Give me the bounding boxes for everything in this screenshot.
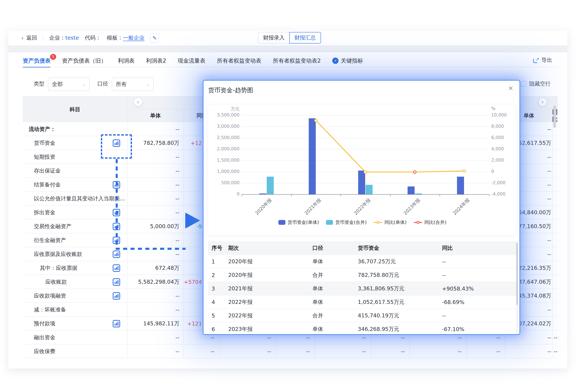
trend-cell: -- <box>442 269 512 282</box>
type-select[interactable]: 全部⌄ <box>48 78 90 91</box>
yoy-value: -- <box>211 334 215 341</box>
trend-table-row: 52022年报合并415,740.19万元-- <box>208 309 517 323</box>
bar-unit <box>457 177 464 194</box>
legend-item[interactable]: 货币资金(合并) <box>326 219 367 225</box>
left-axis-tick: 0 <box>208 191 239 197</box>
yoy-value-cell <box>553 206 557 219</box>
tab-balance-sheet-old[interactable]: 资产负债表（旧） <box>62 54 106 67</box>
legend-label: 同比(合并) <box>424 219 447 225</box>
report-summary-button[interactable]: 财报汇总 <box>289 32 321 44</box>
right-axis-tick: 0 <box>491 169 517 174</box>
scroll-right-button[interactable]: › <box>538 98 547 106</box>
legend-item[interactable]: 同比(合并) <box>414 219 447 225</box>
chart-legend: 货币资金(单体)货币资金(合并)同比(单体)同比(合并) <box>208 219 517 225</box>
tab-income[interactable]: 利润表 <box>118 54 135 67</box>
trend-cell: 合并 <box>313 309 358 322</box>
connector-dashed-line-vertical <box>116 159 118 250</box>
checkbox-icon[interactable] <box>521 81 526 87</box>
trend-cell: -- <box>442 255 512 268</box>
table-row: 应收保费-------------------- <box>23 344 557 358</box>
yoy-value-cell <box>553 150 557 164</box>
yoy-value-cell <box>553 303 557 317</box>
bar-unit <box>309 118 316 194</box>
left-axis-tick: 1,500,000 <box>208 158 239 163</box>
subject-label: 减：坏账准备 <box>34 306 66 313</box>
subject-label: 应收票据及应收账款 <box>34 250 82 258</box>
tab-income2[interactable]: 利润表2 <box>146 54 166 67</box>
subject-label: 货币资金 <box>34 139 55 147</box>
trend-col-header: 同比 <box>442 241 512 255</box>
back-chevron-icon: ‹ <box>21 34 24 41</box>
unit-value-cell: 5,582,298.04万 <box>128 275 184 289</box>
legend-item[interactable]: 货币资金(单体) <box>278 219 319 225</box>
subject-cell: 流动资产： <box>23 122 128 136</box>
trend-lines-layer <box>208 104 517 236</box>
subject-cell: 衍生金融资产 <box>23 233 128 247</box>
edit-template-button[interactable]: ✎ <box>150 33 159 43</box>
x-axis-tick <box>242 195 242 196</box>
caliber-select[interactable]: 所有⌄ <box>112 78 154 91</box>
trend-cell: 36,707.25万元 <box>358 255 442 268</box>
tab-cash-flow[interactable]: 现金流量表 <box>178 54 205 67</box>
left-axis-tick: 1,000,000 <box>208 169 239 174</box>
x-axis-tick <box>291 195 291 196</box>
legend-label: 货币资金(单体) <box>288 219 319 225</box>
trend-cell: 2023年报 <box>228 323 313 335</box>
tab-equity-change2[interactable]: 所有者权益变动表2 <box>273 54 321 67</box>
open-trend-chart-icon[interactable] <box>113 250 120 258</box>
template-link[interactable]: 一般企业 <box>123 35 144 41</box>
subject-cell: 融出资金 <box>23 331 128 344</box>
open-trend-chart-icon[interactable] <box>113 264 120 272</box>
connector-dashed-line-horizontal <box>116 248 186 250</box>
right-axis-tick: -4,000 <box>491 191 517 197</box>
unit-value-cell: -- <box>128 303 184 317</box>
trend-col-header: 口径 <box>313 241 358 255</box>
tabs-underline <box>18 67 558 67</box>
template-field: 模板：一般企业 <box>107 34 144 42</box>
tab-key-indicators[interactable]: ⚡关键指标 <box>332 54 363 67</box>
trend-table-row: 12020年报单体36,707.25万元-- <box>208 255 517 269</box>
back-button[interactable]: 返回 <box>26 34 37 42</box>
yoy-value: +12 <box>184 140 202 146</box>
subject-label: 流动资产： <box>29 125 56 133</box>
unit-value-cell: -- <box>128 289 184 303</box>
modal-scrollbar[interactable] <box>516 243 518 305</box>
bar-unit <box>259 193 266 194</box>
trend-cell: 单体 <box>313 255 358 268</box>
yoy-value-cell <box>553 233 557 247</box>
right-axis-tick: 8,000 <box>491 124 517 129</box>
hide-empty-rows-toggle[interactable]: 隐藏空行 <box>521 80 551 88</box>
right-axis-tick: 2,000 <box>491 158 517 163</box>
trend-cell: 2 <box>212 269 228 282</box>
unit-value-cell: -- <box>220 344 276 358</box>
yoy-value-cell <box>553 289 557 303</box>
export-icon: ↗ <box>533 58 539 63</box>
unit-value-cell: -- <box>128 233 184 247</box>
column-header-subject: 科目 <box>23 97 128 122</box>
open-trend-chart-icon[interactable] <box>113 320 120 327</box>
report-entry-button[interactable]: 财报录入 <box>258 32 290 44</box>
tab-balance-sheet[interactable]: 资产负债表5 <box>23 54 51 67</box>
subject-label: 应收账款 <box>45 278 67 286</box>
open-trend-chart-icon[interactable] <box>113 278 120 286</box>
trend-cell: 2021年报 <box>228 282 313 295</box>
open-trend-chart-icon[interactable] <box>113 292 120 300</box>
section-divider-strip <box>8 45 567 52</box>
company-field: 企业：teste <box>49 34 79 42</box>
tab-equity-change[interactable]: 所有者权益变动表 <box>217 54 261 67</box>
close-icon[interactable]: ✕ <box>508 85 514 92</box>
scroll-left-button[interactable]: ‹ <box>134 98 142 106</box>
caliber-filter-label: 口径 <box>97 80 108 88</box>
bar-merged <box>366 185 373 194</box>
legend-item[interactable]: 同比(单体) <box>374 219 407 225</box>
x-axis-tick <box>341 195 341 196</box>
trend-cell: 4 <box>212 296 228 309</box>
subject-cell: 应收款项融资 <box>23 289 128 303</box>
export-button[interactable]: ↗ 导出 <box>533 57 552 64</box>
legend-label: 货币资金(合并) <box>335 219 367 225</box>
unit-value-cell: -- <box>128 331 184 344</box>
subject-label: 以公允价值计量且其变动计入当期损... <box>34 195 125 202</box>
trend-table-row: 32021年报单体3,361,806.95万元+9058.43% <box>208 282 517 296</box>
trend-cell: 782,758.80万元 <box>358 269 442 282</box>
table-scrollbar[interactable] <box>553 106 556 128</box>
